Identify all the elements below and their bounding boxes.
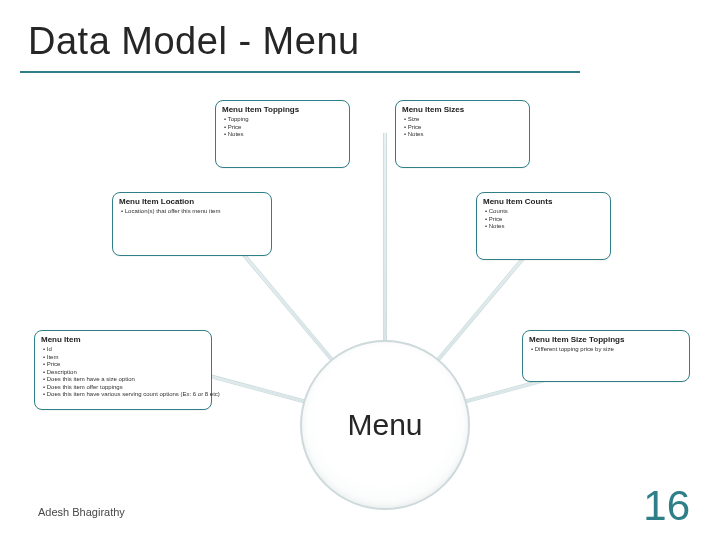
entity-bullets: Different topping price by size xyxy=(529,346,683,354)
bullet: Location(s) that offer this menu item xyxy=(121,208,265,216)
bullet: Notes xyxy=(485,223,604,231)
bullet: Price xyxy=(43,361,205,369)
bullet: Price xyxy=(485,216,604,224)
bullet: Does this item have various serving coun… xyxy=(43,391,205,399)
entity-menu-item-counts: Menu Item Counts Counts Price Notes xyxy=(476,192,611,260)
entity-bullets: Location(s) that offer this menu item xyxy=(119,208,265,216)
entity-bullets: Topping Price Notes xyxy=(222,116,343,139)
bullet: Does this item offer toppings xyxy=(43,384,205,392)
bullet: Topping xyxy=(224,116,343,124)
slide-title: Data Model - Menu xyxy=(28,20,360,63)
entity-bullets: Counts Price Notes xyxy=(483,208,604,231)
entity-title: Menu Item xyxy=(41,335,205,344)
entity-title: Menu Item Location xyxy=(119,197,265,206)
entity-bullets: Id Item Price Description Does this item… xyxy=(41,346,205,399)
entity-menu-item-size-toppings: Menu Item Size Toppings Different toppin… xyxy=(522,330,690,382)
entity-menu-item-toppings: Menu Item Toppings Topping Price Notes xyxy=(215,100,350,168)
entity-menu-item-sizes: Menu Item Sizes Size Price Notes xyxy=(395,100,530,168)
bullet: Id xyxy=(43,346,205,354)
bullet: Price xyxy=(404,124,523,132)
entity-bullets: Size Price Notes xyxy=(402,116,523,139)
entity-title: Menu Item Sizes xyxy=(402,105,523,114)
entity-title: Menu Item Toppings xyxy=(222,105,343,114)
footer-author: Adesh Bhagirathy xyxy=(38,506,125,518)
bullet: Different topping price by size xyxy=(531,346,683,354)
bullet: Counts xyxy=(485,208,604,216)
bullet: Size xyxy=(404,116,523,124)
bullet: Description xyxy=(43,369,205,377)
bullet: Does this item have a size option xyxy=(43,376,205,384)
slide: Data Model - Menu Menu Menu Item Topping… xyxy=(0,0,720,540)
bullet: Price xyxy=(224,124,343,132)
bullet: Notes xyxy=(224,131,343,139)
bullet: Notes xyxy=(404,131,523,139)
footer-page-number: 16 xyxy=(643,482,690,530)
center-circle: Menu xyxy=(300,340,470,510)
entity-menu-item: Menu Item Id Item Price Description Does… xyxy=(34,330,212,410)
entity-menu-item-location: Menu Item Location Location(s) that offe… xyxy=(112,192,272,256)
bullet: Item xyxy=(43,354,205,362)
center-hub: Menu xyxy=(300,340,470,510)
entity-title: Menu Item Size Toppings xyxy=(529,335,683,344)
center-label: Menu xyxy=(347,408,422,442)
entity-title: Menu Item Counts xyxy=(483,197,604,206)
